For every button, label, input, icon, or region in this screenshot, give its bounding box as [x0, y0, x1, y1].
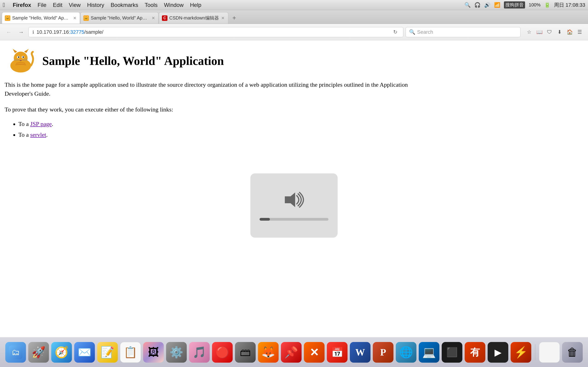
dock-item-reminders[interactable]: 📋: [120, 342, 141, 363]
address-text: 10.170.197.16:32775/sample/: [36, 29, 390, 35]
apple-menu[interactable]: : [3, 1, 5, 8]
menubar-history[interactable]: History: [87, 2, 104, 8]
list-item-jsp-suffix: .: [52, 121, 53, 127]
ime-indicator[interactable]: 搜狗拼音: [504, 1, 525, 8]
volume-overlay: [250, 173, 338, 238]
dock-item-trash[interactable]: 🗑: [562, 342, 583, 363]
list-item-jsp: To a JSP page.: [18, 119, 583, 128]
svg-marker-15: [285, 192, 295, 207]
tab-2[interactable]: C CSDN-markdown编辑器 ✕: [159, 12, 228, 24]
jsp-page-link[interactable]: JSP page: [30, 121, 52, 127]
tab-0-label: Sample "Hello, World" Appl...: [12, 15, 70, 21]
page-links-list: To a JSP page. To a servlet.: [18, 119, 583, 139]
navbar: ← → ℹ 10.170.197.16:32775/sample/ ↻ 🔍 Se…: [0, 24, 588, 40]
tab-bar: 🐱 Sample "Hello, World" Appl... ✕ 🐱 Samp…: [0, 10, 588, 24]
tab-2-label: CSDN-markdown编辑器: [169, 15, 219, 21]
address-path: /sample/: [84, 29, 103, 35]
volume-bar-fill: [259, 218, 270, 221]
tab-2-favicon: C: [162, 15, 167, 21]
dock-item-blank[interactable]: [539, 342, 560, 363]
svg-point-9: [23, 56, 24, 58]
svg-point-8: [18, 56, 19, 58]
tab-2-close[interactable]: ✕: [221, 16, 225, 20]
dock-item-xmind[interactable]: ✕: [304, 342, 325, 363]
home-button[interactable]: 🏠: [565, 27, 574, 37]
back-button[interactable]: ←: [4, 27, 14, 37]
battery-percent: 100%: [529, 2, 540, 8]
download-button[interactable]: ⬇: [555, 27, 564, 37]
dock-item-mail[interactable]: ✉️: [74, 342, 95, 363]
menubar-bookmarks[interactable]: Bookmarks: [111, 2, 138, 8]
menu-button[interactable]: ☰: [575, 27, 584, 37]
address-port: :32775: [69, 29, 84, 35]
dock-item-finder[interactable]: 🗂: [5, 342, 26, 363]
tomcat-logo: [5, 47, 37, 75]
tab-1-close[interactable]: ✕: [151, 16, 156, 20]
headphones-icon: 🎧: [474, 2, 481, 8]
nav-icon-group: ☆ 📖 🛡 ⬇ 🏠 ☰: [525, 27, 584, 37]
dock-item-word[interactable]: W: [350, 342, 371, 363]
dock-item-photos[interactable]: 🖼: [143, 342, 164, 363]
list-item-servlet: To a servlet.: [18, 130, 583, 139]
volume-icon[interactable]: 🔊: [484, 2, 490, 8]
tab-1[interactable]: 🐱 Sample "Hello, World" Appl... ✕: [80, 12, 158, 24]
shield-button[interactable]: 🛡: [545, 27, 554, 37]
dock-item-syspref[interactable]: ⚙️: [166, 342, 187, 363]
search-bar[interactable]: 🔍 Search: [406, 27, 520, 37]
tab-0[interactable]: 🐱 Sample "Hello, World" Appl... ✕: [2, 12, 80, 24]
menubar-file[interactable]: File: [38, 2, 47, 8]
content-area: Sample "Hello, World" Application This i…: [0, 40, 588, 337]
menubar-edit[interactable]: Edit: [53, 2, 62, 8]
tab-1-favicon: 🐱: [83, 15, 89, 21]
reading-list-button[interactable]: 📖: [535, 27, 544, 37]
dock-item-terminal2[interactable]: ▶: [488, 342, 508, 363]
new-tab-button[interactable]: +: [230, 13, 239, 23]
dock-item-itunes[interactable]: 🎵: [189, 342, 210, 363]
dock-item-ppnotes[interactable]: 📌: [281, 342, 302, 363]
dock-item-flash[interactable]: ⚡: [510, 342, 531, 363]
address-bar[interactable]: ℹ 10.170.197.16:32775/sample/ ↻: [28, 27, 403, 37]
tab-0-close[interactable]: ✕: [72, 16, 77, 20]
menubar-help[interactable]: Help: [190, 2, 201, 8]
bookmark-star-button[interactable]: ☆: [525, 27, 534, 37]
menubar-tools[interactable]: Tools: [145, 2, 157, 8]
search-placeholder: Search: [417, 29, 433, 35]
dock-item-firefox[interactable]: 🦊: [258, 342, 279, 363]
list-item-servlet-suffix: .: [46, 131, 48, 138]
dock-item-launchpad[interactable]: 🚀: [28, 342, 49, 363]
page-description: This is the home page for a sample appli…: [5, 80, 418, 98]
menubar-window[interactable]: Window: [164, 2, 183, 8]
page-header: Sample "Hello, World" Application: [5, 47, 583, 75]
menubar-firefox[interactable]: Firefox: [13, 2, 31, 8]
servlet-link[interactable]: servlet: [30, 131, 46, 138]
dock-item-network[interactable]: 🌐: [396, 342, 416, 363]
dock-item-scrobbler[interactable]: 🔴: [212, 342, 233, 363]
dock-item-safari[interactable]: 🧭: [51, 342, 72, 363]
search-icon[interactable]: 🔍: [464, 2, 471, 8]
search-glass-icon: 🔍: [409, 29, 415, 35]
menubar-status-area: 🔍 🎧 🔊 📶 搜狗拼音 100% 🔋 周日 17:08:33: [464, 1, 585, 8]
dock-item-db[interactable]: 🗃: [235, 342, 256, 363]
dock-item-notes[interactable]: 📝: [97, 342, 118, 363]
dock-item-ppt[interactable]: P: [373, 342, 393, 363]
menubar-view[interactable]: View: [69, 2, 81, 8]
forward-button[interactable]: →: [16, 27, 26, 37]
menubar:  Firefox File Edit View History Bookmar…: [0, 0, 588, 10]
dock-item-terminal[interactable]: ⬛: [442, 342, 462, 363]
wifi-icon[interactable]: 📶: [494, 2, 500, 8]
battery-icon: 🔋: [544, 2, 550, 8]
page-content: Sample "Hello, World" Application This i…: [0, 40, 588, 146]
reload-button[interactable]: ↻: [391, 28, 399, 36]
volume-bar: [259, 218, 329, 221]
dock-item-fantastical[interactable]: 📅: [327, 342, 347, 363]
address-host: 10.170.197.16: [36, 29, 69, 35]
volume-overlay-icon: [283, 191, 305, 213]
page-title: Sample "Hello, World" Application: [42, 52, 224, 70]
list-item-jsp-prefix: To a: [18, 121, 30, 127]
tab-0-favicon: 🐱: [5, 15, 10, 21]
dock-item-youdao[interactable]: 有: [465, 342, 485, 363]
list-item-servlet-prefix: To a: [18, 131, 30, 138]
tab-1-label: Sample "Hello, World" Appl...: [91, 15, 149, 21]
dock-item-virtualbox[interactable]: 💻: [419, 342, 439, 363]
dock-separator: [535, 344, 536, 360]
